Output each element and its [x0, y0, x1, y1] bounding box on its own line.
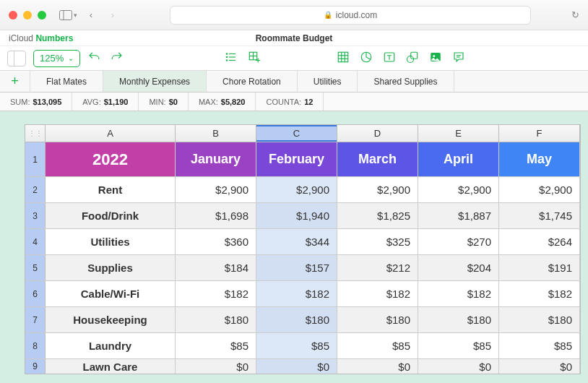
data-cell[interactable]: $182	[256, 281, 337, 306]
data-cell[interactable]: $2,900	[337, 177, 418, 202]
data-cell[interactable]: $191	[499, 255, 580, 280]
data-cell[interactable]: $344	[256, 229, 337, 254]
text-icon[interactable]	[383, 51, 396, 66]
add-sheet-button[interactable]: +	[0, 71, 30, 92]
data-cell[interactable]: $180	[256, 307, 337, 332]
sheet-tab-utilities[interactable]: Utilities	[298, 71, 358, 92]
document-title[interactable]: Roommate Budget	[256, 33, 333, 43]
row-header[interactable]: 2	[25, 177, 46, 202]
data-cell[interactable]: $182	[418, 281, 499, 306]
list-view-icon[interactable]	[225, 51, 238, 66]
spreadsheet-canvas[interactable]: ⋮⋮ A B C D E F 1 2022 January February M…	[0, 111, 588, 383]
row-label-cell[interactable]: Laundry	[46, 333, 176, 358]
row-label-cell[interactable]: Rent	[46, 177, 176, 202]
media-icon[interactable]	[429, 51, 442, 66]
cell-month-feb[interactable]: February	[256, 142, 337, 176]
column-header-d[interactable]: D	[337, 125, 418, 142]
row-label-cell[interactable]: Utilities	[46, 229, 176, 254]
column-header-e[interactable]: E	[418, 125, 499, 142]
row-header[interactable]: 8	[25, 333, 46, 358]
cell-month-apr[interactable]: April	[418, 142, 499, 176]
data-cell[interactable]: $85	[499, 333, 580, 358]
cell-year[interactable]: 2022	[46, 142, 176, 176]
row-header[interactable]: 9	[25, 359, 46, 374]
row-label-cell[interactable]: Food/Drink	[46, 203, 176, 228]
data-cell[interactable]: $2,900	[499, 177, 580, 202]
data-cell[interactable]: $2,900	[256, 177, 337, 202]
data-cell[interactable]: $204	[418, 255, 499, 280]
comment-icon[interactable]	[452, 51, 465, 66]
back-button[interactable]: ‹	[83, 8, 99, 22]
data-cell[interactable]: $85	[418, 333, 499, 358]
row-label-cell[interactable]: Supplies	[46, 255, 176, 280]
data-cell[interactable]: $1,698	[176, 203, 256, 228]
data-cell[interactable]: $270	[418, 229, 499, 254]
row-header[interactable]: 6	[25, 281, 46, 306]
data-cell[interactable]: $0	[256, 359, 337, 374]
undo-button[interactable]	[87, 51, 100, 66]
stat-sum[interactable]: SUM:$13,095	[0, 92, 72, 111]
stat-counta[interactable]: COUNTA:12	[256, 92, 324, 111]
data-cell[interactable]: $360	[176, 229, 256, 254]
row-header[interactable]: 7	[25, 307, 46, 332]
column-header-b[interactable]: B	[176, 125, 256, 142]
sheet-tab-monthly-expenses[interactable]: Monthly Expenses	[103, 71, 207, 92]
column-header-f[interactable]: F	[499, 125, 580, 142]
panel-toggle-button[interactable]	[7, 51, 26, 66]
data-cell[interactable]: $0	[418, 359, 499, 374]
row-header[interactable]: 3	[25, 203, 46, 228]
data-cell[interactable]: $325	[337, 229, 418, 254]
redo-button[interactable]	[111, 51, 124, 66]
app-brand[interactable]: iCloud Numbers	[9, 33, 73, 43]
data-cell[interactable]: $1,745	[499, 203, 580, 228]
stat-min[interactable]: MIN:$0	[139, 92, 188, 111]
close-window-button[interactable]	[9, 11, 17, 20]
data-cell[interactable]: $157	[256, 255, 337, 280]
data-cell[interactable]: $182	[337, 281, 418, 306]
stat-max[interactable]: MAX:$5,820	[189, 92, 256, 111]
address-bar[interactable]: 🔒 icloud.com	[170, 6, 531, 25]
table-icon[interactable]	[337, 51, 350, 66]
data-cell[interactable]: $212	[337, 255, 418, 280]
cell-month-mar[interactable]: March	[337, 142, 418, 176]
data-cell[interactable]: $182	[499, 281, 580, 306]
data-cell[interactable]: $180	[418, 307, 499, 332]
data-cell[interactable]: $0	[176, 359, 256, 374]
zoom-window-button[interactable]	[38, 11, 46, 20]
data-cell[interactable]: $1,940	[256, 203, 337, 228]
data-cell[interactable]: $2,900	[176, 177, 256, 202]
cell-month-jan[interactable]: January	[176, 142, 256, 176]
forward-button[interactable]: ›	[105, 8, 121, 22]
row-label-cell[interactable]: Housekeeping	[46, 307, 176, 332]
data-cell[interactable]: $180	[499, 307, 580, 332]
row-header-1[interactable]: 1	[25, 142, 46, 176]
row-label-cell[interactable]: Cable/Wi-Fi	[46, 281, 176, 306]
select-all-corner[interactable]: ⋮⋮	[25, 125, 46, 142]
data-cell[interactable]: $85	[256, 333, 337, 358]
zoom-dropdown[interactable]: 125%⌄	[33, 50, 80, 67]
row-header[interactable]: 4	[25, 229, 46, 254]
data-cell[interactable]: $85	[176, 333, 256, 358]
data-cell[interactable]: $264	[499, 229, 580, 254]
reload-button[interactable]: ↻	[571, 9, 579, 20]
data-cell[interactable]: $182	[176, 281, 256, 306]
minimize-window-button[interactable]	[23, 11, 32, 20]
shape-icon[interactable]	[406, 51, 419, 66]
sheet-tab-flat-mates[interactable]: Flat Mates	[30, 71, 103, 92]
data-cell[interactable]: $0	[337, 359, 418, 374]
data-cell[interactable]: $2,900	[418, 177, 499, 202]
data-cell[interactable]: $180	[337, 307, 418, 332]
data-cell[interactable]: $1,887	[418, 203, 499, 228]
row-header[interactable]: 5	[25, 255, 46, 280]
column-header-a[interactable]: A	[46, 125, 176, 142]
cell-month-may[interactable]: May	[499, 142, 580, 176]
data-cell[interactable]: $180	[176, 307, 256, 332]
stat-avg[interactable]: AVG:$1,190	[72, 92, 139, 111]
data-cell[interactable]: $85	[337, 333, 418, 358]
data-cell[interactable]: $1,825	[337, 203, 418, 228]
data-cell[interactable]: $0	[499, 359, 580, 374]
sheet-tab-chore-rotation[interactable]: Chore Rotation	[207, 71, 298, 92]
insert-table-icon[interactable]	[248, 51, 261, 66]
row-label-cell[interactable]: Lawn Care	[46, 359, 176, 374]
sheet-tab-shared-supplies[interactable]: Shared Supplies	[358, 71, 454, 92]
